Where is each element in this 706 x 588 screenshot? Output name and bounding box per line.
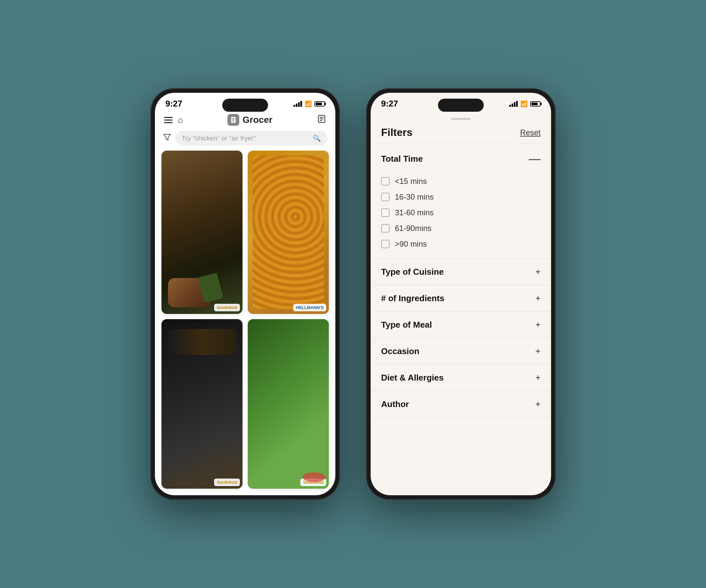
occasion-label: Occasion <box>381 346 419 356</box>
brand-name: Grocer <box>242 115 273 125</box>
expand-ingredients-icon: + <box>535 293 541 303</box>
checkbox-3160[interactable]: 31-60 mins <box>381 205 541 220</box>
filter-section-ingredients: # of Ingredients + <box>370 285 551 312</box>
occasion-header[interactable]: Occasion + <box>381 338 541 364</box>
cuisine-label: Type of Cuisine <box>381 267 444 277</box>
recipe-image-cashew-pork-1: Smithfield <box>161 151 242 314</box>
checkbox-1630[interactable]: 16-30 mins <box>381 189 541 205</box>
author-header[interactable]: Author + <box>381 391 541 417</box>
filter-section-author: Author + <box>370 391 551 417</box>
total-time-header[interactable]: Total Time — <box>381 144 541 173</box>
status-icons-2: 📶 <box>509 100 541 108</box>
search-input[interactable]: Try "chicken" or "air fryer" 🔍 <box>175 131 327 145</box>
status-time-2: 9:27 <box>381 99 398 109</box>
phone1-screen: 9:27 📶 ⌂ <box>155 93 336 495</box>
checkbox-lt15-box[interactable] <box>381 177 390 185</box>
checkbox-gt90[interactable]: >90 mins <box>381 236 541 252</box>
status-time: 9:27 <box>165 99 182 109</box>
ingredients-label: # of Ingredients <box>381 293 444 303</box>
checkbox-3160-box[interactable] <box>381 208 390 217</box>
home-icon[interactable]: ⌂ <box>178 115 183 125</box>
checkbox-gt90-box[interactable] <box>381 240 390 248</box>
reset-button[interactable]: Reset <box>520 128 541 137</box>
diet-header[interactable]: Diet & Allergies + <box>381 365 541 391</box>
wifi-icon-2: 📶 <box>520 100 527 108</box>
recipes-grid: Smithfield Cashew Crusted Pork Chops ⏰ 9… <box>155 151 336 495</box>
signal-icon <box>293 101 302 107</box>
expand-cuisine-icon: + <box>535 266 541 277</box>
filter-section-meal: Type of Meal + <box>370 312 551 338</box>
dynamic-island-2 <box>438 99 484 112</box>
recipe-image-cashew-pork-2: Smithfield <box>161 319 242 489</box>
ingredients-header[interactable]: # of Ingredients + <box>381 285 541 311</box>
recipe-card-cashew-pork-2: Smithfield Cashew Crusted Pork Chops ⏰ 1… <box>161 319 242 489</box>
filter-sheet: Filters Reset Total Time — <15 mins 16-3 <box>370 112 551 495</box>
recipe-card-easy-breakfast: HELLMANN'S Easy Breakfast Casserole ⏰ 95… <box>248 151 329 314</box>
diet-label: Diet & Allergies <box>381 373 443 383</box>
nav-left: ⌂ <box>164 115 183 125</box>
sheet-handle <box>451 118 471 120</box>
expand-meal-icon: + <box>535 320 541 330</box>
brand-logo <box>228 114 239 126</box>
checkbox-6190-label: 61-90mins <box>395 224 431 233</box>
phone2-screen: 9:27 📶 Filters Reset <box>370 93 551 495</box>
expand-occasion-icon: + <box>535 346 541 356</box>
recipe-card-asparagus: Smithfield Caprese Roasted Asparagus ⏰ 2… <box>248 319 329 489</box>
checkbox-6190[interactable]: 61-90mins <box>381 220 541 236</box>
filter-section-total-time: Total Time — <15 mins 16-30 mins 31-60 m… <box>370 144 551 259</box>
svg-marker-8 <box>164 134 170 140</box>
list-icon[interactable] <box>317 114 326 126</box>
svg-rect-1 <box>232 118 235 119</box>
dynamic-island <box>222 99 268 112</box>
recipe-image-asparagus: Smithfield <box>248 319 329 489</box>
svg-rect-2 <box>232 120 235 120</box>
menu-button[interactable] <box>164 117 172 123</box>
expand-author-icon: + <box>535 399 541 409</box>
checkbox-6190-box[interactable] <box>381 224 390 233</box>
total-time-label: Total Time <box>381 154 423 164</box>
recipe-card-cashew-pork-1: Smithfield Cashew Crusted Pork Chops ⏰ 9… <box>161 151 242 314</box>
filter-section-cuisine: Type of Cuisine + <box>370 259 551 285</box>
collapse-icon: — <box>529 152 541 166</box>
checkbox-3160-label: 31-60 mins <box>395 208 434 217</box>
expand-diet-icon: + <box>535 372 541 383</box>
filter-icon[interactable] <box>163 133 171 143</box>
search-placeholder: Try "chicken" or "air fryer" <box>182 135 310 142</box>
filter-section-occasion: Occasion + <box>370 338 551 365</box>
phone1: 9:27 📶 ⌂ <box>150 88 340 500</box>
svg-rect-3 <box>232 121 234 122</box>
wifi-icon: 📶 <box>305 100 312 108</box>
status-icons: 📶 <box>293 100 325 108</box>
brand-badge-hellmanns: HELLMANN'S <box>293 304 326 311</box>
brand: Grocer <box>228 114 273 126</box>
brand-badge-smithfield-3: Smithfield <box>300 478 326 486</box>
author-label: Author <box>381 399 409 409</box>
filter-title: Filters <box>381 126 413 138</box>
battery-icon-2 <box>530 101 541 107</box>
phone2: 9:27 📶 Filters Reset <box>366 88 556 500</box>
filter-section-diet: Diet & Allergies + <box>370 365 551 391</box>
recipe-image-easy-breakfast: HELLMANN'S <box>248 151 329 314</box>
brand-badge-smithfield: Smithfield <box>214 304 240 311</box>
total-time-options: <15 mins 16-30 mins 31-60 mins 61-90mins <box>381 173 541 258</box>
checkbox-lt15[interactable]: <15 mins <box>381 173 541 189</box>
checkbox-1630-label: 16-30 mins <box>395 193 434 202</box>
checkbox-lt15-label: <15 mins <box>395 177 427 186</box>
nav-bar: ⌂ Grocer <box>155 112 336 130</box>
signal-icon-2 <box>509 101 518 107</box>
filter-header: Filters Reset <box>370 126 551 144</box>
checkbox-gt90-label: >90 mins <box>395 240 427 249</box>
checkbox-1630-box[interactable] <box>381 193 390 201</box>
brand-badge-smithfield-2: Smithfield <box>214 478 240 486</box>
meal-label: Type of Meal <box>381 320 432 330</box>
meal-header[interactable]: Type of Meal + <box>381 312 541 338</box>
battery-icon <box>314 101 325 107</box>
cuisine-header[interactable]: Type of Cuisine + <box>381 259 541 285</box>
search-bar: Try "chicken" or "air fryer" 🔍 <box>163 131 327 145</box>
search-icon: 🔍 <box>313 134 321 142</box>
